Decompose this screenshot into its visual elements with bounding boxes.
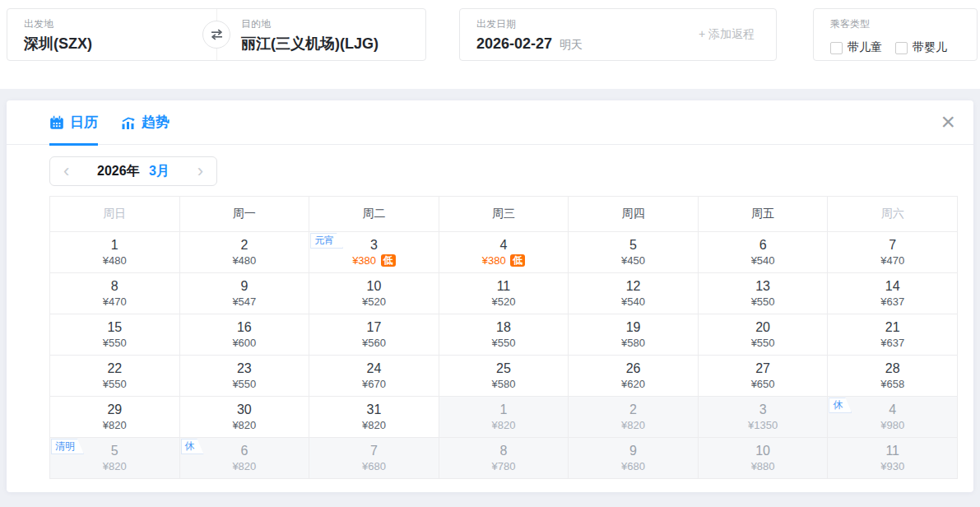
month-label[interactable]: 3月 (149, 164, 170, 178)
day-cell[interactable]: 30¥820 (179, 397, 309, 438)
tab-trend[interactable]: 趋势 (121, 100, 170, 145)
price-label: ¥637 (828, 295, 957, 309)
day-cell[interactable]: 8¥470 (50, 273, 180, 314)
day-cell[interactable]: 12¥540 (569, 273, 699, 314)
origin-field[interactable]: 出发地 深圳(SZX) (24, 18, 92, 52)
close-icon[interactable]: × (937, 107, 959, 137)
day-cell[interactable]: 17¥560 (309, 314, 439, 356)
checkbox-box-icon[interactable] (895, 42, 908, 54)
day-cell[interactable]: 29¥820 (50, 397, 180, 438)
price-label: ¥1350 (699, 418, 828, 432)
price-label: ¥520 (309, 295, 439, 309)
swap-icon[interactable] (202, 21, 230, 49)
weekday-header-row: 周日周一周二周三周四周五周六 (50, 197, 958, 232)
depart-date-field[interactable]: 出发日期 2026-02-27 明天 (476, 18, 583, 53)
add-return-button[interactable]: + 添加返程 (699, 27, 755, 42)
tab-calendar[interactable]: 日历 (49, 100, 98, 145)
day-cell[interactable]: 14¥637 (828, 273, 958, 314)
day-number: 13 (699, 279, 828, 294)
day-cell[interactable]: 15¥550 (50, 314, 180, 356)
day-cell[interactable]: 3¥1350 (698, 397, 828, 438)
with-children-label: 带儿童 (848, 40, 882, 55)
price-label: ¥820 (50, 459, 179, 473)
day-cell[interactable]: 7¥470 (828, 232, 958, 273)
day-cell[interactable]: 1¥480 (50, 232, 180, 273)
day-cell[interactable]: 20¥550 (698, 314, 828, 356)
depart-date-value[interactable]: 2026-02-27 (476, 35, 552, 52)
day-number: 10 (309, 279, 439, 294)
day-cell[interactable]: 6¥540 (698, 232, 828, 273)
day-cell[interactable]: 25¥580 (439, 356, 569, 397)
price-label: ¥880 (699, 459, 828, 473)
day-number: 25 (439, 361, 569, 376)
day-cell[interactable]: 1¥820 (439, 397, 569, 438)
price-label: ¥550 (699, 336, 828, 350)
day-number: 16 (180, 320, 309, 335)
price-label: ¥550 (50, 377, 179, 391)
day-cell[interactable]: 元宵3¥380 低 (309, 232, 439, 273)
price-label: ¥450 (569, 254, 698, 267)
day-cell[interactable]: 7¥680 (309, 438, 439, 479)
checkbox-box-icon[interactable] (830, 42, 843, 54)
destination-field[interactable]: 目的地 丽江(三义机场)(LJG) (241, 18, 379, 52)
day-cell[interactable]: 10¥880 (698, 438, 828, 479)
day-cell[interactable]: 18¥550 (439, 314, 569, 356)
day-cell[interactable]: 休6¥820 (179, 438, 309, 479)
day-cell[interactable]: 28¥658 (828, 356, 958, 397)
low-price-badge: 低 (510, 254, 525, 267)
calendar-panel: 日历 趋势 × ‹ 2026年 3月 › 周日周一周二周三周四周五周六 1¥48… (7, 100, 973, 492)
panel-tabbar: 日历 趋势 × (7, 100, 973, 145)
price-label: ¥520 (439, 295, 569, 309)
day-number: 17 (309, 320, 439, 335)
prev-month-button[interactable]: ‹ (63, 162, 69, 180)
swap-arrows-icon (210, 29, 224, 40)
day-cell[interactable]: 2¥820 (569, 397, 699, 438)
day-cell[interactable]: 27¥650 (698, 356, 828, 397)
weekday-header: 周一 (179, 197, 309, 232)
day-number: 31 (309, 402, 439, 417)
day-cell[interactable]: 4¥380 低 (439, 232, 569, 273)
weekday-header: 周五 (698, 197, 828, 232)
price-label: ¥650 (699, 377, 828, 391)
day-cell[interactable]: 19¥580 (569, 314, 699, 356)
day-cell[interactable]: 8¥780 (439, 438, 569, 479)
origin-value[interactable]: 深圳(SZX) (24, 35, 92, 52)
low-price-badge: 低 (381, 254, 396, 267)
origin-label: 出发地 (24, 18, 92, 30)
day-cell[interactable]: 22¥550 (50, 356, 180, 397)
day-cell[interactable]: 9¥547 (179, 273, 309, 314)
price-calendar: 周日周一周二周三周四周五周六 1¥4802¥480元宵3¥380 低4¥380 … (49, 196, 958, 479)
passenger-type-label: 乘客类型 (830, 18, 870, 30)
day-number: 3 (699, 402, 828, 417)
price-label: ¥820 (180, 418, 309, 432)
day-number: 11 (828, 444, 957, 458)
day-cell[interactable]: 10¥520 (309, 273, 439, 314)
day-cell[interactable]: 16¥600 (179, 314, 309, 356)
day-cell[interactable]: 9¥680 (569, 438, 699, 479)
day-cell[interactable]: 23¥550 (179, 356, 309, 397)
price-label: ¥658 (828, 377, 957, 391)
day-cell[interactable]: 21¥637 (828, 314, 958, 356)
with-infant-checkbox[interactable]: 带婴儿 (895, 40, 947, 55)
price-label: ¥550 (439, 336, 569, 350)
price-label: ¥480 (50, 254, 179, 267)
day-cell[interactable]: 休4¥980 (828, 397, 958, 438)
day-cell[interactable]: 24¥670 (309, 356, 439, 397)
with-children-checkbox[interactable]: 带儿童 (830, 40, 882, 55)
day-number: 9 (180, 279, 309, 294)
price-label: ¥980 (828, 418, 957, 432)
weekday-header: 周日 (50, 197, 180, 232)
day-cell[interactable]: 31¥820 (309, 397, 439, 438)
day-cell[interactable]: 11¥520 (439, 273, 569, 314)
day-cell[interactable]: 11¥930 (828, 438, 958, 479)
price-label: ¥820 (309, 418, 439, 432)
day-cell[interactable]: 5¥450 (569, 232, 699, 273)
day-cell[interactable]: 26¥620 (569, 356, 699, 397)
day-cell[interactable]: 2¥480 (179, 232, 309, 273)
next-month-button[interactable]: › (197, 162, 203, 180)
destination-value[interactable]: 丽江(三义机场)(LJG) (241, 35, 379, 52)
price-label: ¥550 (699, 295, 828, 309)
day-cell[interactable]: 清明5¥820 (50, 438, 180, 479)
day-cell[interactable]: 13¥550 (698, 273, 828, 314)
day-number: 14 (828, 279, 957, 294)
